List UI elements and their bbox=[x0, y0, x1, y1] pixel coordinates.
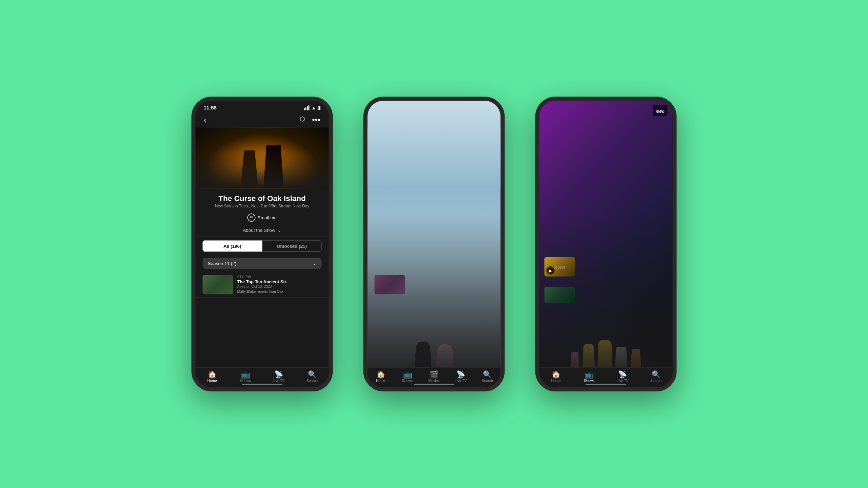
show-title-1: The Curse of Oak Island bbox=[203, 194, 322, 203]
home-icon-3: 🏠 bbox=[552, 371, 560, 378]
nav-livetv-2[interactable]: 📡 Live TV bbox=[451, 371, 471, 383]
more-icon-1[interactable]: ••• bbox=[312, 116, 320, 125]
shows-icon-2: 📺 bbox=[403, 371, 412, 378]
nav-home-1[interactable]: 🏠 Home bbox=[202, 371, 222, 383]
status-bar-1: 11:58 ▲ ▮ bbox=[196, 101, 329, 113]
episode-thumb-2 bbox=[375, 275, 405, 294]
home-icon-2: 🏠 bbox=[376, 371, 385, 378]
nav-search-2[interactable]: 🔍 Search bbox=[477, 371, 497, 383]
phone-3: 12:13 ▲ ▮ ‹ ⬡ ••• bbox=[535, 97, 677, 391]
episode-date-1: Aired on Oct 10, 2023 bbox=[237, 284, 322, 288]
search-icon-3: 🔍 bbox=[652, 371, 660, 378]
nav-bar-1: ‹ ⬡ ••• bbox=[196, 113, 329, 128]
hero-image-1 bbox=[196, 128, 329, 189]
episode-code-1: S11 E99 bbox=[237, 275, 322, 279]
shows-icon-1: 📺 bbox=[241, 371, 250, 378]
nav-livetv-1[interactable]: 📡 Live TV bbox=[269, 371, 289, 383]
about-section-1[interactable]: About the Show ⌄ bbox=[196, 224, 329, 236]
signal-icon-1 bbox=[304, 105, 310, 110]
nav-home-3[interactable]: 🏠 Home bbox=[546, 371, 566, 383]
season-dropdown-1[interactable]: Season 11 (2) ⌄ bbox=[203, 258, 322, 269]
episode-thumb-wrapper-3a: nWo ▶ bbox=[545, 257, 575, 277]
episode-thumb-wrapper-1 bbox=[203, 275, 233, 294]
episode-item-1[interactable]: S11 E99 The Top Ten Ancient Str... Aired… bbox=[196, 272, 329, 298]
phone-2-frame: 12:48 ▲ ▮ ‹ ⬡ ••• bbox=[363, 97, 505, 391]
search-icon-1: 🔍 bbox=[308, 371, 317, 378]
phone-2: 12:48 ▲ ▮ ‹ ⬡ ••• bbox=[363, 97, 505, 391]
movies-icon-2: 🎬 bbox=[430, 371, 438, 378]
phone-1-frame: 11:58 ▲ ▮ ‹ ⬡ ••• bbox=[192, 97, 333, 391]
hero-image-2 bbox=[368, 128, 501, 189]
shows-icon-3: 📺 bbox=[585, 371, 594, 378]
episode-thumb-3b bbox=[545, 287, 575, 303]
episode-thumb-1 bbox=[203, 275, 233, 294]
nav-shows-2[interactable]: 📺 Shows bbox=[397, 371, 417, 383]
home-indicator-1 bbox=[242, 384, 282, 386]
hero-image-3: nWo bbox=[539, 128, 673, 189]
search-icon-2: 🔍 bbox=[483, 371, 492, 378]
back-icon-1[interactable]: ‹ bbox=[204, 116, 206, 125]
nav-livetv-3[interactable]: 📡 Live TV bbox=[612, 371, 633, 383]
play-icon-3a: ▶ bbox=[547, 266, 555, 274]
phone-3-frame: 12:13 ▲ ▮ ‹ ⬡ ••• bbox=[535, 97, 677, 391]
nav-shows-1[interactable]: 📺 Shows bbox=[235, 371, 256, 383]
home-indicator-2 bbox=[414, 384, 454, 386]
battery-icon-1: ▮ bbox=[318, 105, 321, 110]
cast-icon-1[interactable]: ⬡ bbox=[300, 116, 305, 125]
home-indicator-3 bbox=[586, 384, 626, 386]
nav-search-3[interactable]: 🔍 Search bbox=[646, 371, 666, 383]
show-info-1: The Curse of Oak Island New Season Tues.… bbox=[196, 189, 329, 225]
wifi-icon-1: ▲ bbox=[312, 105, 316, 110]
episode-meta-1: S11 E99 The Top Ten Ancient Str... Aired… bbox=[237, 275, 322, 294]
home-icon-1: 🏠 bbox=[208, 371, 217, 378]
show-subtitle-1: New Season Tues., Nov. 7 at 9/8c; Stream… bbox=[203, 204, 322, 209]
livetv-icon-3: 📡 bbox=[618, 371, 627, 378]
nav-search-1[interactable]: 🔍 Search bbox=[302, 371, 322, 383]
phones-container: 11:58 ▲ ▮ ‹ ⬡ ••• bbox=[192, 97, 677, 391]
episode-desc-1: Matty Blake reports from Oak bbox=[237, 289, 322, 294]
nav-icons-right-1: ⬡ ••• bbox=[300, 116, 320, 125]
nav-shows-3[interactable]: 📺 Shows bbox=[579, 371, 599, 383]
chevron-icon-1: ⌄ bbox=[313, 261, 317, 266]
phone-1: 11:58 ▲ ▮ ‹ ⬡ ••• bbox=[192, 97, 333, 391]
status-icons-1: ▲ ▮ bbox=[304, 105, 320, 110]
email-icon-1: ✉ bbox=[248, 213, 256, 221]
livetv-icon-2: 📡 bbox=[456, 371, 465, 378]
nav-movies-2[interactable]: 🎬 Movies bbox=[424, 371, 444, 383]
episode-thumb-wrapper-2 bbox=[375, 275, 405, 294]
nav-home-2[interactable]: 🏠 Home bbox=[371, 371, 391, 383]
episode-title-1: The Top Ten Ancient Str... bbox=[237, 279, 322, 284]
filter-all-1[interactable]: All (196) bbox=[203, 240, 262, 251]
time-1: 11:58 bbox=[204, 105, 217, 110]
episode-thumb-wrapper-3b bbox=[545, 287, 575, 306]
filter-unlocked-1[interactable]: Unlocked (25) bbox=[262, 240, 322, 251]
filter-row-1: All (196) Unlocked (25) bbox=[196, 236, 329, 256]
livetv-icon-1: 📡 bbox=[274, 371, 283, 378]
email-button-1[interactable]: ✉ Email me bbox=[248, 213, 277, 221]
chevron-down-icon-1: ⌄ bbox=[277, 227, 281, 232]
